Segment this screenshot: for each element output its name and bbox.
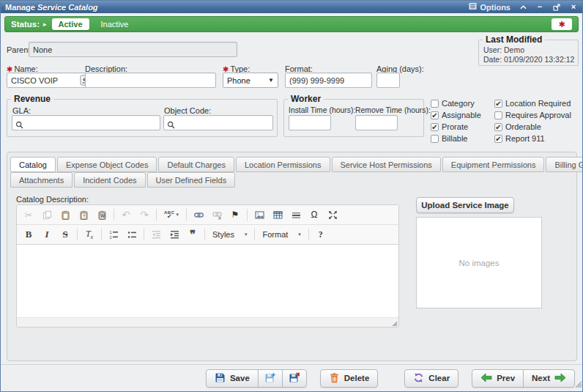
strikethrough-icon[interactable]: S xyxy=(56,226,74,243)
checkbox-category[interactable]: Category xyxy=(431,97,494,109)
description-input[interactable] xyxy=(85,73,216,88)
paste-icon[interactable] xyxy=(56,207,74,223)
svg-text:W: W xyxy=(100,213,105,218)
unlink-icon[interactable] xyxy=(208,207,226,223)
checkbox[interactable]: ✔ xyxy=(431,123,439,131)
parent-input[interactable] xyxy=(29,42,237,57)
toolbar-separator xyxy=(254,229,255,240)
prev-button[interactable]: Prev xyxy=(472,369,524,388)
popout-icon[interactable] xyxy=(552,3,561,12)
checkbox-billable[interactable]: Billable xyxy=(431,133,494,144)
svg-text:T: T xyxy=(83,214,86,218)
options-label: Options xyxy=(480,3,510,12)
spell-check-icon[interactable]: ABC✔ ▾ xyxy=(160,207,183,223)
table-icon[interactable] xyxy=(269,207,286,223)
copy-icon[interactable] xyxy=(38,207,56,223)
format-input[interactable] xyxy=(285,73,372,88)
styles-combo[interactable]: Styles ▾ xyxy=(208,227,251,242)
window-resize-grip-icon[interactable] xyxy=(573,377,582,391)
decrease-indent-icon[interactable] xyxy=(147,226,165,243)
tab-expense-object-codes[interactable]: Expense Object Codes xyxy=(57,157,157,172)
status-bar: Status: ▸ Active Inactive ✱ xyxy=(4,16,579,32)
aging-input[interactable] xyxy=(376,73,400,88)
checkbox-assignable[interactable]: ✔ Assignable xyxy=(431,109,494,121)
options-menu[interactable]: Options xyxy=(469,2,510,12)
install-time-label: Install Time (hours): xyxy=(289,106,355,114)
cut-icon[interactable]: ✂ xyxy=(20,207,37,223)
tab-attachments[interactable]: Attachments xyxy=(10,172,73,188)
revenue-section: Revenue GLA: Object Code: xyxy=(7,94,278,137)
tab-user-defined-fields[interactable]: User Defined Fields xyxy=(147,172,236,188)
tab-service-host-permissions[interactable]: Service Host Permissions xyxy=(332,157,441,172)
remove-time-input[interactable] xyxy=(355,115,398,130)
gla-input[interactable] xyxy=(12,115,160,130)
checkbox-report-911[interactable]: ✔ Report 911 xyxy=(494,133,571,144)
install-time-input[interactable] xyxy=(289,115,331,130)
tab-location-permissions[interactable]: Location Permissions xyxy=(236,157,330,172)
horizontal-line-icon[interactable] xyxy=(287,207,305,223)
format-combo[interactable]: Format ▾ xyxy=(258,227,305,242)
editor-resize-grip-icon[interactable]: ◢ xyxy=(392,320,397,327)
status-inactive-button[interactable]: Inactive xyxy=(101,20,129,29)
last-modified-box: Last Modified User: Demo Date: 01/09/202… xyxy=(478,34,579,66)
toolbar-separator xyxy=(101,229,102,240)
redo-icon[interactable]: ↷ xyxy=(135,207,153,223)
paste-plain-text-icon[interactable]: T xyxy=(75,207,92,223)
tab-billing-group-permissions[interactable]: Billing Group Permissions xyxy=(546,157,583,172)
special-character-icon[interactable]: Ω xyxy=(305,207,323,223)
tab-catalog[interactable]: Catalog xyxy=(10,157,56,172)
italic-icon[interactable]: I xyxy=(38,226,56,243)
checkbox[interactable] xyxy=(431,135,439,143)
blockquote-icon[interactable]: ❞ xyxy=(184,226,201,243)
clear-button[interactable]: Clear xyxy=(404,369,458,388)
link-icon[interactable] xyxy=(190,207,207,223)
paste-from-word-icon[interactable]: W xyxy=(93,207,111,223)
minimize-icon[interactable]: − xyxy=(535,3,544,12)
checkbox[interactable]: ✔ xyxy=(431,111,439,119)
about-icon[interactable]: ? xyxy=(312,226,330,243)
upload-service-image-button[interactable]: Upload Service Image xyxy=(416,197,514,213)
editor-footer: ◢ xyxy=(17,317,398,327)
save-and-close-button[interactable] xyxy=(282,369,307,388)
checkbox[interactable]: ✔ xyxy=(494,100,502,108)
save-button[interactable]: Save xyxy=(206,369,259,388)
editor-content-area[interactable] xyxy=(17,245,398,317)
increase-indent-icon[interactable] xyxy=(166,226,183,243)
maximize-icon[interactable] xyxy=(324,207,341,223)
bold-icon[interactable]: B xyxy=(20,226,37,243)
save-and-new-button[interactable] xyxy=(258,369,283,388)
checkbox[interactable] xyxy=(494,111,502,119)
checkbox[interactable]: ✔ xyxy=(494,123,502,131)
worker-legend: Worker xyxy=(288,94,324,104)
footer-bar: Save Delete Clear xyxy=(1,364,582,391)
save-button-group: Save xyxy=(206,369,307,388)
object-code-input[interactable] xyxy=(163,115,273,130)
checkbox-orderable[interactable]: ✔ Orderable xyxy=(494,121,571,133)
remove-format-icon[interactable]: Tx xyxy=(81,226,98,243)
catalog-description-label: Catalog Description: xyxy=(16,195,89,204)
tab-default-charges[interactable]: Default Charges xyxy=(158,157,234,172)
tab-equipment-permissions[interactable]: Equipment Permissions xyxy=(442,157,545,172)
undo-icon[interactable]: ↶ xyxy=(117,207,135,223)
checkbox[interactable] xyxy=(431,100,439,108)
status-active-button[interactable]: Active xyxy=(52,18,89,30)
required-fields-button[interactable]: ✱ xyxy=(552,18,572,30)
object-code-label: Object Code: xyxy=(164,106,211,115)
delete-button[interactable]: Delete xyxy=(320,369,379,388)
image-icon[interactable] xyxy=(250,207,268,223)
service-image-box: No images xyxy=(416,217,542,308)
checkbox-location-required[interactable]: ✔ Location Required xyxy=(494,97,571,109)
bulleted-list-icon[interactable] xyxy=(123,226,141,243)
type-select[interactable]: Phone ▼ xyxy=(223,73,278,88)
close-icon[interactable]: × xyxy=(569,3,578,12)
checkbox-requires-approval[interactable]: Requires Approval xyxy=(494,109,571,121)
anchor-flag-icon[interactable]: ⚑ xyxy=(226,207,244,223)
collapse-icon[interactable] xyxy=(519,3,527,12)
checkbox[interactable]: ✔ xyxy=(494,135,502,143)
tab-incident-codes[interactable]: Incident Codes xyxy=(74,172,145,188)
checkbox-prorate[interactable]: ✔ Prorate xyxy=(431,121,494,133)
title-bar[interactable]: Manage Service Catalog Options − × xyxy=(1,1,582,13)
next-button[interactable]: Next xyxy=(523,369,575,388)
numbered-list-icon[interactable]: 12 xyxy=(105,226,122,243)
toolbar-separator xyxy=(156,209,157,221)
